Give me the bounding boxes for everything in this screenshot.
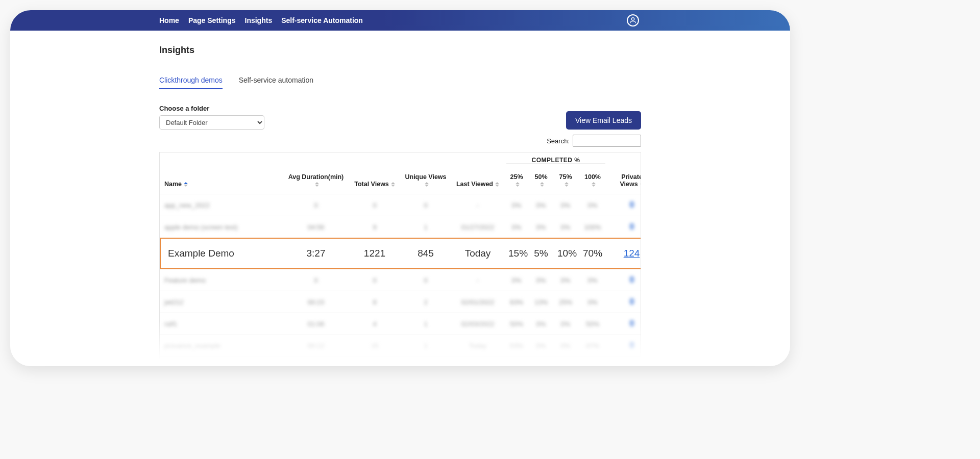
cell-dur: 0: [283, 269, 349, 291]
cell-tot: 8: [349, 291, 400, 313]
nav-insights[interactable]: Insights: [245, 16, 273, 24]
private-views-link[interactable]: 0: [630, 341, 634, 350]
private-views-link[interactable]: 124: [624, 248, 640, 259]
cell-uni: 1: [400, 313, 451, 335]
cell-name: app_new_2022: [160, 194, 283, 216]
sort-icon: [425, 182, 429, 187]
cell-dur: 01:08: [283, 313, 349, 335]
nav-home[interactable]: Home: [159, 16, 179, 24]
cell-p50: 0%: [529, 313, 553, 335]
controls-row: Choose a folder Default Folder View Emai…: [159, 105, 641, 130]
tab-clickthrough-demos[interactable]: Clickthrough demos: [159, 76, 223, 89]
th-100[interactable]: 100%: [578, 168, 607, 194]
table-row[interactable]: apple demo (screen test)04:589101/27/202…: [160, 216, 641, 239]
cell-p25: 50%: [504, 313, 529, 335]
table-row[interactable]: jwt21200:238202/01/202263%13%25%0%0: [160, 291, 641, 313]
table-row[interactable]: Example Demo3:271221845Today15%5%10%70%1…: [160, 238, 641, 269]
th-unique-views[interactable]: Unique Views: [400, 168, 451, 194]
table-row[interactable]: Feature demo000-0%0%0%0%0: [160, 269, 641, 291]
cell-p75: 25%: [553, 291, 578, 313]
cell-tot: 15: [349, 335, 400, 357]
private-views-link[interactable]: 0: [630, 297, 634, 306]
private-views-link[interactable]: 0: [630, 319, 634, 328]
th-last-viewed[interactable]: Last Viewed: [451, 168, 504, 194]
cell-name: Feature demo: [160, 269, 283, 291]
content-area: Insights Clickthrough demos Self-service…: [10, 31, 790, 366]
sort-icon: [565, 182, 569, 187]
cell-p100: 0%: [578, 291, 607, 313]
cell-dur: 00:12: [283, 335, 349, 357]
cell-private-views[interactable]: 0: [607, 291, 641, 313]
th-private-views[interactable]: Private Views: [607, 168, 641, 194]
th-75[interactable]: 75%: [553, 168, 578, 194]
cell-private-views[interactable]: 124: [607, 238, 641, 269]
cell-p100: 0%: [578, 357, 607, 367]
th-50[interactable]: 50%: [529, 168, 553, 194]
cell-last: 02/03/2022: [451, 313, 504, 335]
cell-tot: 9: [349, 216, 400, 239]
cell-private-views[interactable]: 0: [607, 194, 641, 216]
cell-dur: 3:27: [283, 238, 349, 269]
cell-p25: 53%: [504, 335, 529, 357]
cell-private-views[interactable]: 3: [607, 357, 641, 367]
tab-self-service-automation[interactable]: Self-service automation: [239, 76, 313, 89]
folder-select[interactable]: Default Folder: [159, 115, 264, 130]
cell-private-views[interactable]: 0: [607, 216, 641, 239]
private-views-link[interactable]: 0: [630, 222, 634, 231]
cell-p25: 63%: [504, 291, 529, 313]
sort-icon: [184, 182, 188, 187]
private-views-link[interactable]: 0: [630, 275, 634, 284]
cell-p100: 0%: [578, 194, 607, 216]
sort-icon: [592, 182, 596, 187]
cell-name: Sample demo 2: [160, 357, 283, 367]
svg-point-0: [631, 18, 634, 20]
th-25[interactable]: 25%: [504, 168, 529, 194]
table-row[interactable]: app_new_2022000-0%0%0%0%0: [160, 194, 641, 216]
cell-uni: 0: [400, 194, 451, 216]
table-row[interactable]: provance_example00:12151Today53%0%0%47%0: [160, 335, 641, 357]
cell-name: apple demo (screen test): [160, 216, 283, 239]
sort-icon: [640, 182, 641, 187]
cell-p75: 0%: [553, 216, 578, 239]
cell-p75: 0%: [553, 335, 578, 357]
cell-name: provance_example: [160, 335, 283, 357]
user-avatar-icon[interactable]: [627, 14, 639, 27]
cell-tot: 0: [349, 194, 400, 216]
cell-p50: 0%: [529, 216, 553, 239]
th-name[interactable]: Name: [160, 168, 283, 194]
cell-private-views[interactable]: 0: [607, 269, 641, 291]
cell-p100: 47%: [578, 335, 607, 357]
cell-p75: 0%: [553, 194, 578, 216]
table-row[interactable]: ndf101:084102/03/202250%0%0%50%0: [160, 313, 641, 335]
cell-p50: 5%: [529, 238, 553, 269]
search-input[interactable]: [573, 135, 641, 147]
cell-p25: 15%: [504, 238, 529, 269]
cell-tot: 0: [349, 269, 400, 291]
search-label: Search:: [547, 137, 570, 145]
th-total-views[interactable]: Total Views: [349, 168, 400, 194]
topbar: Home Page Settings Insights Self-service…: [10, 10, 790, 31]
cell-private-views[interactable]: 0: [607, 313, 641, 335]
th-avg-duration[interactable]: Avg Duration(min): [283, 168, 349, 194]
insights-table: COMPLETED % Name Avg Duration(min) Total…: [159, 152, 641, 366]
view-email-leads-button[interactable]: View Email Leads: [566, 111, 641, 130]
folder-group: Choose a folder Default Folder: [159, 105, 264, 130]
cell-p25: 0%: [504, 194, 529, 216]
cell-last: -: [451, 357, 504, 367]
cell-p50: 0%: [529, 357, 553, 367]
cell-tot: 4: [349, 313, 400, 335]
private-views-link[interactable]: 0: [630, 200, 634, 209]
nav-page-settings[interactable]: Page Settings: [188, 16, 236, 24]
cell-p100: 70%: [578, 238, 607, 269]
cell-p75: 10%: [553, 238, 578, 269]
cell-private-views[interactable]: 0: [607, 335, 641, 357]
folder-label: Choose a folder: [159, 105, 264, 112]
cell-dur: 04:58: [283, 216, 349, 239]
table-row[interactable]: Sample demo 2000-0%0%0%0%3: [160, 357, 641, 367]
cell-p100: 0%: [578, 269, 607, 291]
cell-p50: 0%: [529, 269, 553, 291]
private-views-link[interactable]: 3: [630, 363, 634, 366]
cell-p25: 0%: [504, 269, 529, 291]
cell-dur: 0: [283, 357, 349, 367]
nav-self-service[interactable]: Self-service Automation: [281, 16, 363, 24]
